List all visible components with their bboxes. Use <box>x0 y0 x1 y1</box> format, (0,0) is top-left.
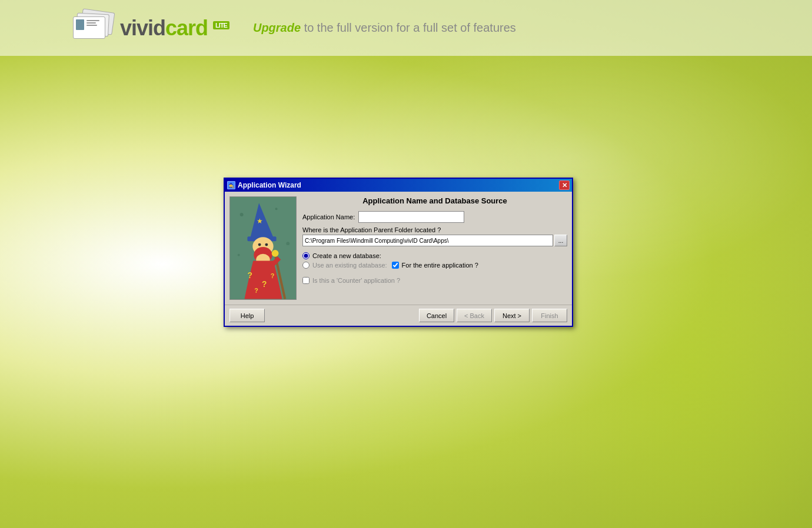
folder-input[interactable] <box>302 235 553 246</box>
logo-vivid: vivid <box>120 16 165 40</box>
existing-db-radio[interactable] <box>302 262 310 269</box>
existing-db-radio-row: Use an existing database: <box>302 262 387 269</box>
svg-text:?: ? <box>247 271 252 280</box>
content-title: Application Name and Database Source <box>302 196 567 205</box>
card-line-2 <box>86 22 96 24</box>
svg-point-10 <box>258 243 261 246</box>
app-name-label: Application Name: <box>302 213 355 220</box>
logo-lite: LITE <box>213 21 229 29</box>
svg-point-4 <box>238 254 240 256</box>
folder-input-row: ... <box>302 235 567 246</box>
create-db-label: Create a new database: <box>312 252 381 259</box>
create-db-row: Create a new database: <box>302 252 567 259</box>
dialog-title: Application Wizard <box>238 181 301 189</box>
folder-row: Where is the Application Parent Folder l… <box>302 226 567 246</box>
footer-right-buttons: Cancel < Back Next > Finish <box>419 309 567 322</box>
titlebar-left: 🧙 Application Wizard <box>227 181 301 189</box>
footer-left-buttons: Help <box>229 309 265 322</box>
logo-area: vividcard LITE <box>71 11 229 46</box>
tagline-rest: to the full version for a full set of fe… <box>301 21 516 34</box>
next-button[interactable]: Next > <box>494 309 530 322</box>
card-photo <box>76 19 84 30</box>
dialog-body: ? ? ? ? ★ Application Name and Database … <box>225 192 572 305</box>
card-lines <box>86 20 99 26</box>
entire-app-checkbox[interactable] <box>392 262 399 269</box>
card-line-1 <box>86 20 99 21</box>
existing-db-row: Use an existing database: For the entire… <box>302 262 567 269</box>
app-name-input[interactable] <box>358 211 464 223</box>
folder-label: Where is the Application Parent Folder l… <box>302 226 567 233</box>
svg-point-3 <box>286 242 289 245</box>
header: vividcard LITE Upgrade to the full versi… <box>0 0 812 56</box>
help-button[interactable]: Help <box>229 309 265 322</box>
radio-group: Create a new database: Use an existing d… <box>302 252 567 269</box>
counter-label: Is this a 'Counter' application ? <box>312 277 400 284</box>
logo-text: vividcard LITE <box>120 16 229 41</box>
entire-app-row: For the entire application ? <box>392 262 478 269</box>
svg-text:?: ? <box>271 272 275 279</box>
card-line-3 <box>86 25 97 26</box>
svg-point-17 <box>272 250 279 257</box>
back-button[interactable]: < Back <box>457 309 492 322</box>
svg-point-11 <box>265 243 268 246</box>
logo-card: card <box>165 16 208 40</box>
wizard-image: ? ? ? ? ★ <box>229 196 297 300</box>
cancel-button[interactable]: Cancel <box>419 309 454 322</box>
logo-cards-icon <box>71 11 118 46</box>
browse-button[interactable]: ... <box>554 235 567 246</box>
svg-text:★: ★ <box>257 217 263 225</box>
svg-text:?: ? <box>262 280 267 289</box>
application-wizard-dialog: 🧙 Application Wizard ✕ <box>224 178 573 327</box>
card-front <box>73 16 105 39</box>
counter-checkbox[interactable] <box>302 277 310 284</box>
finish-button[interactable]: Finish <box>532 309 567 322</box>
dialog-footer: Help Cancel < Back Next > Finish <box>225 305 572 326</box>
entire-app-label: For the entire application ? <box>402 262 478 269</box>
create-db-radio[interactable] <box>302 252 310 259</box>
dialog-icon: 🧙 <box>227 181 235 189</box>
counter-checkbox-row: Is this a 'Counter' application ? <box>302 277 567 284</box>
dialog-content: Application Name and Database Source App… <box>302 196 567 300</box>
tagline-upgrade: Upgrade <box>253 21 301 34</box>
dialog-close-button[interactable]: ✕ <box>559 181 570 190</box>
svg-point-2 <box>275 208 278 210</box>
dialog-titlebar: 🧙 Application Wizard ✕ <box>225 179 572 192</box>
tagline: Upgrade to the full version for a full s… <box>253 21 516 35</box>
svg-text:?: ? <box>254 287 258 294</box>
existing-db-label: Use an existing database: <box>312 262 387 269</box>
svg-point-1 <box>240 213 244 216</box>
app-name-row: Application Name: <box>302 211 567 223</box>
